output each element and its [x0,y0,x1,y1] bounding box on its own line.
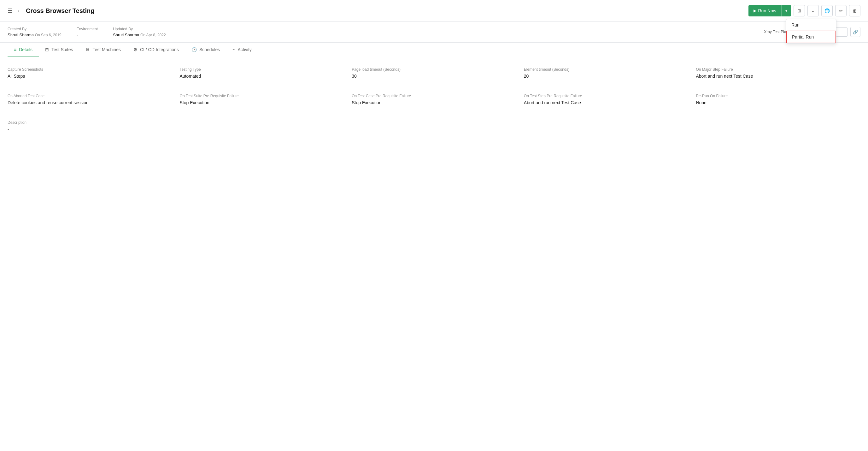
field-row1-2: Page load timeout (Seconds)30 [352,67,516,79]
globe-button[interactable]: 🌐 [821,5,833,17]
field-label: On Test Case Pre Requisite Failure [352,94,516,98]
field-row2-0: On Aborted Test CaseDelete cookies and r… [7,94,172,105]
tab-test-machines-label: Test Machines [92,47,121,52]
field-row2-4: Re-Run On FailureNone [696,94,861,105]
page-title: Cross Browser Testing [26,7,94,15]
field-value: Abort and run next Test Case [524,100,688,105]
run-dropdown-menu: Run Partial Run [786,19,836,44]
tab-ci-cd[interactable]: ⚙ CI / CD Integrations [127,43,185,57]
field-row2-2: On Test Case Pre Requisite FailureStop E… [352,94,516,105]
environment-field: Environment - [76,27,98,37]
updated-by-label: Updated By [113,27,165,31]
environment-label: Environment [76,27,98,31]
field-value: Stop Execution [352,100,516,105]
details-icon: ≡ [14,47,17,52]
field-value: Automated [180,74,344,79]
tab-test-suites[interactable]: ⊞ Test Suites [39,43,79,57]
tab-ci-cd-label: CI / CD Integrations [140,47,179,52]
run-now-label: Run Now [758,8,777,13]
play-icon: ▶ [753,8,756,13]
tab-test-suites-label: Test Suites [52,47,73,52]
edit-button[interactable]: ✏ [835,5,846,17]
tab-test-machines[interactable]: 🖥 Test Machines [79,43,127,57]
field-row1-4: On Major Step FailureAbort and run next … [696,67,861,79]
description-label: Description [7,120,861,125]
field-label: On Aborted Test Case [7,94,172,98]
content-area: Capture ScreenshotsAll StepsTesting Type… [0,57,868,142]
field-value: Stop Execution [180,100,344,105]
schedules-icon: 🕐 [191,47,197,52]
field-value: 30 [352,74,516,79]
field-label: Testing Type [180,67,344,72]
grid-view-button[interactable]: ⊞ [794,5,805,17]
menu-icon[interactable]: ☰ [7,7,12,14]
link-icon: 🔗 [853,30,858,34]
link-button[interactable]: 🔗 [850,27,861,37]
field-row1-3: Element timeout (Seconds)20 [524,67,688,79]
field-value: Delete cookies and reuse current session [7,100,172,105]
environment-value: - [76,32,98,37]
meta-row: Created By Shruti Sharma On Sep 6, 2019 … [0,22,868,43]
field-label: On Major Step Failure [696,67,861,72]
tab-details-label: Details [19,47,32,52]
header: ☰ ← Cross Browser Testing ▶ Run Now ▼ ⊞ … [0,0,868,22]
field-label: Capture Screenshots [7,67,172,72]
fields-row1: Capture ScreenshotsAll StepsTesting Type… [7,67,861,79]
header-left: ☰ ← Cross Browser Testing [7,7,748,15]
delete-button[interactable]: 🗑 [849,5,861,17]
chevron-icon: ⌄ [811,8,815,13]
chevron-button[interactable]: ⌄ [807,5,819,17]
run-now-button[interactable]: ▶ Run Now ▼ [748,5,792,17]
back-button[interactable]: ← [17,7,22,14]
tab-schedules[interactable]: 🕐 Schedules [185,43,226,57]
field-value: None [696,100,861,105]
run-option[interactable]: Run [786,19,836,31]
created-by-value: Shruti Sharma On Sep 6, 2019 [7,32,62,37]
field-label: Re-Run On Failure [696,94,861,98]
updated-by-value: Shruti Sharma On Apr 8, 2022 [113,32,165,37]
field-value: 20 [524,74,688,79]
chevron-down-icon: ▼ [785,9,788,12]
created-by-label: Created By [7,27,62,31]
created-by-field: Created By Shruti Sharma On Sep 6, 2019 [7,27,62,37]
hamburger-icon: ☰ [7,7,12,14]
edit-icon: ✏ [839,8,843,13]
field-row1-1: Testing TypeAutomated [180,67,344,79]
grid-icon: ⊞ [797,8,801,13]
test-suites-icon: ⊞ [45,47,49,52]
tab-schedules-label: Schedules [199,47,220,52]
tab-activity-label: Activity [238,47,251,52]
field-label: On Test Step Pre Requisite Failure [524,94,688,98]
delete-icon: 🗑 [852,8,857,13]
tab-details[interactable]: ≡ Details [7,43,39,57]
activity-icon: ~ [232,47,235,52]
field-label: On Test Suite Pre Requisite Failure [180,94,344,98]
field-row2-3: On Test Step Pre Requisite FailureAbort … [524,94,688,105]
tab-activity[interactable]: ~ Activity [226,43,258,57]
run-now-main[interactable]: ▶ Run Now [748,5,782,17]
field-label: Element timeout (Seconds) [524,67,688,72]
description-section: Description - [7,120,861,132]
partial-run-option[interactable]: Partial Run [786,31,836,43]
field-row2-1: On Test Suite Pre Requisite FailureStop … [180,94,344,105]
header-actions: ▶ Run Now ▼ ⊞ ⌄ 🌐 ✏ 🗑 [748,5,861,17]
tabs: ≡ Details ⊞ Test Suites 🖥 Test Machines … [0,43,868,57]
field-value: All Steps [7,74,172,79]
globe-icon: 🌐 [825,8,830,13]
updated-by-field: Updated By Shruti Sharma On Apr 8, 2022 [113,27,165,37]
field-value: Abort and run next Test Case [696,74,861,79]
test-machines-icon: 🖥 [86,47,90,52]
field-row1-0: Capture ScreenshotsAll Steps [7,67,172,79]
fields-row2: On Aborted Test CaseDelete cookies and r… [7,94,861,105]
description-value: - [7,126,861,132]
field-label: Page load timeout (Seconds) [352,67,516,72]
ci-cd-icon: ⚙ [133,47,137,52]
run-now-dropdown-trigger[interactable]: ▼ [782,5,791,17]
